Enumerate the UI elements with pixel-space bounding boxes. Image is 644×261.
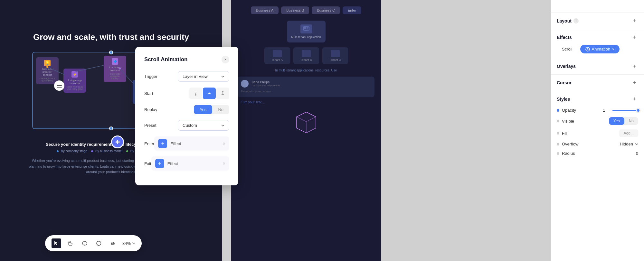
styles-add-button[interactable]: +	[631, 96, 638, 103]
effects-section-header: Effects +	[557, 34, 638, 41]
fill-label-group: Fill	[557, 131, 567, 136]
business-tab-c[interactable]: Business C	[312, 6, 340, 14]
preset-dropdown[interactable]: Custom	[178, 120, 229, 131]
layout-info-icon[interactable]: i	[573, 18, 579, 23]
diagram-bottom-control[interactable]	[109, 126, 113, 130]
canvas1-title: Grow and scale, with trust and security	[19, 32, 203, 42]
effects-add-button[interactable]: +	[631, 34, 638, 41]
preset-row: Preset Custom	[144, 120, 229, 131]
layout-add-button[interactable]: +	[631, 17, 638, 24]
hand-tool-button[interactable]	[66, 238, 75, 248]
svg-rect-10	[118, 141, 119, 143]
replay-no-button[interactable]: No	[212, 105, 229, 114]
cursor-section: Cursor +	[551, 75, 644, 91]
diagram-node-2: ⚡ A single-app business Scale with us as…	[63, 69, 86, 93]
panel-top-bar	[551, 0, 644, 13]
business-tab-a[interactable]: Business A	[251, 6, 279, 14]
sidebar-menu-button[interactable]	[54, 80, 64, 91]
app-card-label: Multi-tenant application	[291, 35, 322, 39]
comment-tool-button[interactable]	[80, 238, 90, 248]
tag-dot-1	[57, 150, 59, 152]
cursor-tool-button[interactable]	[52, 238, 61, 248]
progress-dot[interactable]	[111, 135, 124, 148]
tenant-card-c: Tenant C	[322, 47, 348, 64]
start-btn-top[interactable]	[189, 88, 202, 99]
replay-yes-button[interactable]: Yes	[194, 105, 212, 114]
cube-3d-container	[290, 107, 322, 139]
cursor-add-button[interactable]: +	[631, 79, 638, 86]
app-card: Multi-tenant application	[287, 21, 326, 42]
enter-effect-add-button[interactable]: +	[158, 139, 167, 148]
fill-add-button[interactable]: Add...	[619, 129, 638, 137]
modal-header: Scroll Animation ×	[144, 56, 229, 63]
zoom-control[interactable]: 34%	[122, 241, 135, 246]
visible-yes-button[interactable]: Yes	[609, 117, 624, 125]
diagram-node-3: 🔷 A multi-app business Build with enterp…	[104, 56, 126, 82]
enter-button[interactable]: Enter	[343, 6, 361, 14]
exit-label: Exit	[144, 161, 151, 166]
visible-toggle: Yes No	[609, 117, 638, 125]
overflow-label-group: Overflow	[557, 142, 578, 146]
trigger-dropdown[interactable]: Layer in View	[178, 71, 229, 82]
canvas-area: Grow and scale, with trust and security …	[0, 0, 551, 261]
opacity-slider[interactable]	[612, 110, 638, 111]
overflow-row: Overflow Hidden	[557, 142, 638, 146]
start-button-group	[189, 88, 229, 99]
overflow-dropdown[interactable]: Hidden	[620, 142, 638, 146]
visible-label-group: Visible	[557, 119, 574, 124]
overlays-add-button[interactable]: +	[631, 63, 638, 70]
canvas-frame-2: Business A Business B Business C Enter M…	[231, 0, 381, 261]
fill-indicator	[557, 132, 559, 135]
business-tab-b[interactable]: Business B	[281, 6, 309, 14]
tag-2: By business model	[91, 149, 122, 153]
styles-section-header: Styles +	[557, 96, 638, 103]
trigger-row: Trigger Layer in View	[144, 71, 229, 82]
modal-close-button[interactable]: ×	[222, 56, 229, 63]
layout-section: Layout i +	[551, 13, 644, 29]
animation-tab[interactable]: Animation ×	[580, 45, 620, 53]
fill-row: Fill Add...	[557, 129, 638, 137]
effects-section: Effects + Scroll Animation ×	[551, 29, 644, 58]
opacity-thumb[interactable]	[636, 108, 640, 112]
language-button[interactable]: EN	[108, 238, 118, 248]
start-btn-bottom[interactable]	[216, 88, 229, 99]
exit-effect-label: Effect	[167, 161, 220, 166]
overflow-indicator	[557, 143, 559, 145]
profile-card: Tiana Philips Third-party is responsible…	[238, 77, 374, 97]
replay-toggle: Yes No	[194, 105, 229, 114]
effects-section-title: Effects	[557, 35, 572, 40]
exit-effect-add-button[interactable]: +	[155, 159, 164, 168]
start-row: Start	[144, 88, 229, 99]
right-panel: Layout i + Effects + Scroll Animation ×	[551, 0, 644, 261]
svg-rect-8	[116, 141, 117, 143]
opacity-control: 1	[603, 108, 638, 113]
theme-toggle-button[interactable]	[94, 238, 104, 248]
exit-effect-close-button[interactable]: ×	[223, 161, 225, 166]
svg-rect-12	[57, 85, 62, 86]
opacity-indicator	[557, 109, 559, 112]
tenant-card-a: Tenant A	[264, 47, 290, 64]
svg-rect-19	[307, 29, 308, 29]
scroll-tab[interactable]: Scroll	[557, 45, 578, 53]
animation-tab-icon	[585, 47, 590, 51]
profile-desc: Permissions and admin	[241, 89, 371, 94]
svg-point-29	[222, 91, 223, 92]
profile-name: Tiana Philips	[251, 80, 282, 84]
start-btn-center[interactable]	[203, 88, 216, 99]
preset-label: Preset	[144, 123, 156, 128]
canvas2-text-2: Turn your serv...	[238, 100, 374, 104]
layout-section-header: Layout i +	[557, 17, 638, 24]
modal-title: Scroll Animation	[144, 56, 187, 63]
diagram-top-control[interactable]	[109, 51, 113, 54]
enter-effect-row: + Effect ×	[154, 136, 229, 151]
visible-no-button[interactable]: No	[624, 117, 638, 125]
enter-effect-close-button[interactable]: ×	[223, 141, 225, 146]
animation-tab-close[interactable]: ×	[612, 47, 614, 51]
tenant-icon-b	[302, 50, 311, 57]
tenant-row: Tenant A Tenant B Tenant C	[238, 47, 374, 64]
scroll-animation-modal: Scroll Animation × Trigger Layer in View…	[135, 47, 238, 185]
enter-label: Enter	[144, 141, 154, 146]
replay-label: Replay	[144, 107, 157, 112]
exit-row: Exit + Effect ×	[144, 156, 229, 171]
tenant-icon-a	[273, 50, 282, 57]
